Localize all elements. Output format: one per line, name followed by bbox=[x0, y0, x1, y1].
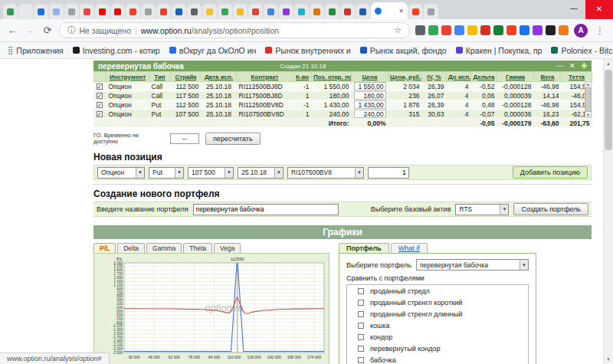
position-select-1[interactable]: Put▼ bbox=[149, 167, 184, 179]
info-icon[interactable]: ⓘ bbox=[67, 25, 76, 36]
extension-icon[interactable] bbox=[533, 25, 543, 35]
browser-tab[interactable] bbox=[248, 4, 263, 19]
column-header[interactable]: Поз. откр. по bbox=[312, 72, 352, 82]
browser-tab[interactable] bbox=[310, 4, 324, 19]
extension-icon[interactable] bbox=[559, 25, 569, 35]
position-select-2[interactable]: 107 500▼ bbox=[188, 167, 234, 179]
browser-tab[interactable] bbox=[408, 4, 423, 19]
create-portfolio-button[interactable]: Создать портфель bbox=[513, 203, 588, 215]
browser-tab[interactable] bbox=[156, 4, 171, 19]
row-checkbox[interactable]: ✓ bbox=[97, 93, 103, 99]
column-header[interactable]: Гамма bbox=[497, 72, 534, 82]
browser-tab[interactable] bbox=[325, 4, 339, 19]
compare-checkbox[interactable] bbox=[358, 288, 364, 294]
chart-tab-vega[interactable]: Vega bbox=[214, 243, 241, 253]
extension-icon[interactable] bbox=[546, 25, 556, 35]
extension-icon[interactable] bbox=[428, 25, 438, 35]
scroll-down-icon[interactable]: ▼ bbox=[586, 113, 590, 117]
forward-icon[interactable]: → bbox=[24, 25, 36, 36]
column-header[interactable]: К-во bbox=[293, 72, 312, 82]
column-header[interactable]: Контракт bbox=[237, 72, 293, 82]
row-checkbox[interactable]: ✓ bbox=[97, 111, 103, 117]
address-bar[interactable]: ⓘ Не защищено | www.option.ru/analysis/o… bbox=[59, 22, 410, 38]
browser-tab[interactable] bbox=[34, 4, 48, 19]
window-minimize-button[interactable]: — bbox=[562, 0, 585, 19]
browser-tab[interactable] bbox=[294, 4, 309, 19]
refresh-icon[interactable]: ⟳ bbox=[41, 25, 54, 36]
browser-tab[interactable] bbox=[202, 4, 217, 19]
chart-tab-theta[interactable]: Theta bbox=[183, 243, 212, 253]
position-select-4[interactable]: RI107500BV8▼ bbox=[287, 167, 364, 179]
browser-tab[interactable] bbox=[95, 4, 110, 19]
position-select-3[interactable]: 25.10.18▼ bbox=[238, 167, 284, 179]
base-asset-select[interactable]: RTS▼ bbox=[455, 204, 509, 215]
browser-tab[interactable] bbox=[141, 4, 156, 19]
compare-item[interactable]: перевернутый кондор bbox=[347, 343, 528, 354]
price-cell-value[interactable]: 180,00 bbox=[354, 91, 386, 100]
extension-icon[interactable] bbox=[506, 25, 516, 35]
scroll-up-icon[interactable]: ▲ bbox=[604, 59, 613, 68]
extension-icon[interactable] bbox=[415, 25, 425, 35]
scroll-down-icon[interactable]: ▼ bbox=[604, 355, 613, 364]
compare-item[interactable]: проданный стренгл длинный bbox=[347, 308, 528, 320]
price-cell-value[interactable]: 1 550,00 bbox=[354, 82, 386, 90]
browser-tab[interactable] bbox=[110, 4, 125, 19]
bookmark-item[interactable]: Кракен | Покупка, пр bbox=[456, 46, 543, 55]
column-header[interactable]: Цена, руб. bbox=[388, 72, 422, 82]
quantity-input[interactable] bbox=[368, 167, 409, 179]
bookmark-item[interactable]: Рынок внутренних и bbox=[265, 46, 350, 55]
chart-tab-gamma[interactable]: Gamma bbox=[146, 243, 182, 253]
position-select-0[interactable]: Опцион▼ bbox=[97, 167, 145, 179]
browser-tab[interactable] bbox=[187, 4, 202, 19]
browser-tab[interactable] bbox=[264, 4, 278, 19]
browser-tab[interactable] bbox=[424, 4, 438, 19]
scroll-thumb[interactable] bbox=[585, 87, 591, 112]
browser-tab[interactable] bbox=[340, 4, 355, 19]
compare-checkbox[interactable] bbox=[358, 300, 364, 306]
back-icon[interactable]: ← bbox=[6, 25, 18, 36]
bookmark-item[interactable]: Рынок акций, фондо bbox=[360, 46, 447, 55]
browser-tab[interactable] bbox=[80, 4, 94, 19]
browser-tab[interactable] bbox=[49, 4, 64, 19]
browser-tab[interactable] bbox=[172, 4, 186, 19]
scroll-up-icon[interactable]: ▲ bbox=[586, 82, 590, 87]
compare-checkbox[interactable] bbox=[358, 357, 364, 363]
tab-close-icon[interactable]: ✕ bbox=[398, 8, 404, 15]
compare-checkbox[interactable] bbox=[358, 323, 364, 329]
extension-icon[interactable] bbox=[454, 25, 464, 35]
active-browser-tab[interactable]: ✕ bbox=[371, 2, 408, 19]
collapse-icon[interactable]: — bbox=[556, 62, 563, 70]
tab-what-if[interactable]: What if bbox=[391, 243, 428, 253]
browser-tab[interactable] bbox=[356, 4, 370, 19]
bookmark-item[interactable]: Investing.com - котир bbox=[73, 46, 160, 55]
scroll-thumb[interactable] bbox=[605, 70, 612, 150]
chart-tab-pl[interactable]: P/L bbox=[93, 243, 116, 253]
table-scrollbar[interactable]: ▲ ▼ bbox=[585, 81, 592, 118]
browser-tab[interactable] bbox=[218, 4, 232, 19]
bookmark-item[interactable]: вОкруг да ОкОлО ин bbox=[169, 46, 257, 55]
extension-icon[interactable] bbox=[467, 25, 477, 35]
portfolio-name-input[interactable] bbox=[193, 204, 339, 215]
extension-icon[interactable] bbox=[480, 25, 490, 35]
tab-portfolio[interactable]: Портфель bbox=[339, 243, 389, 253]
compare-checkbox[interactable] bbox=[358, 346, 364, 352]
browser-tab[interactable] bbox=[126, 4, 140, 19]
portfolio-select[interactable]: перевернутая бабочка▼ bbox=[416, 259, 529, 271]
browser-menu-icon[interactable]: ⋮ bbox=[593, 25, 607, 36]
price-cell-value[interactable]: 1 430,00 bbox=[354, 100, 386, 109]
column-header[interactable]: Дельта bbox=[471, 72, 497, 82]
compare-item[interactable]: бабочка bbox=[347, 354, 528, 364]
add-icon[interactable]: ✚ bbox=[581, 62, 587, 70]
compare-item[interactable]: кошка bbox=[347, 320, 528, 331]
compare-checkbox[interactable] bbox=[358, 334, 364, 340]
browser-tab[interactable] bbox=[233, 4, 247, 19]
column-header[interactable]: Тип bbox=[149, 72, 171, 82]
extension-icon[interactable] bbox=[441, 25, 451, 35]
window-close-button[interactable]: ✕ bbox=[585, 0, 613, 19]
column-header[interactable]: Страйк bbox=[171, 72, 202, 82]
profile-avatar[interactable]: A bbox=[574, 24, 588, 38]
row-checkbox[interactable]: ✓ bbox=[97, 84, 103, 90]
page-scrollbar[interactable]: ▲ ▼ bbox=[603, 59, 613, 364]
bookmark-apps[interactable]: ⣿ Приложения bbox=[8, 46, 64, 55]
column-header[interactable]: Дата исп. bbox=[202, 72, 237, 82]
